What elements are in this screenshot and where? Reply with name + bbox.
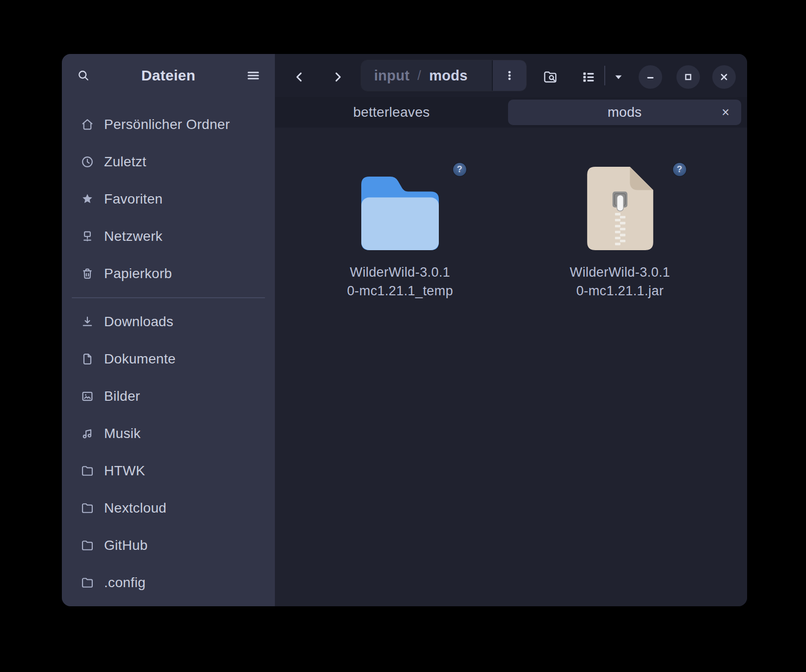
- maximize-icon: [682, 71, 694, 83]
- folder-search-icon: [542, 69, 558, 85]
- sidebar-item-label: HTWK: [104, 463, 145, 479]
- chevron-left-icon: [293, 70, 306, 84]
- sidebar-header: Dateien: [62, 54, 275, 97]
- question-mark-icon: ?: [457, 164, 462, 175]
- sidebar-item-label: Zuletzt: [104, 154, 146, 170]
- file-name-line: 0-mc1.21.1.jar: [539, 282, 701, 300]
- menu-button[interactable]: [242, 65, 264, 86]
- tab-close-button[interactable]: ×: [720, 104, 731, 121]
- sidebar-item-label: Dokumente: [104, 351, 176, 367]
- back-button[interactable]: [289, 66, 310, 88]
- file-name-line: WilderWild-3.0.1: [539, 263, 701, 282]
- unknown-emblem-badge: ?: [673, 163, 686, 176]
- maximize-button[interactable]: [676, 65, 700, 89]
- unknown-emblem-badge: ?: [453, 163, 466, 176]
- path-bar[interactable]: input / mods: [361, 60, 492, 91]
- folder-icon: [81, 464, 94, 478]
- sidebar-item-nextcloud[interactable]: Nextcloud: [62, 490, 275, 527]
- star-icon: [81, 192, 94, 206]
- sidebar-item-recent[interactable]: Zuletzt: [62, 143, 275, 181]
- file-item-folder[interactable]: ? WilderWild-3.0.1 0-mc1.21.1_temp: [319, 166, 481, 300]
- sidebar-list: Persönlicher Ordner Zuletzt Favoriten: [62, 97, 275, 601]
- close-window-button[interactable]: [712, 65, 736, 89]
- breadcrumb-parent[interactable]: input: [374, 68, 409, 84]
- sidebar-item-label: Bilder: [104, 388, 140, 404]
- chevron-down-icon: [613, 72, 624, 82]
- sidebar-item-label: Favoriten: [104, 191, 162, 207]
- sidebar-item-downloads[interactable]: Downloads: [62, 303, 275, 340]
- file-grid: ? WilderWild-3.0.1 0-mc1.21.1_temp: [275, 128, 747, 606]
- sidebar-item-home[interactable]: Persönlicher Ordner: [62, 106, 275, 143]
- tab-mods[interactable]: mods ×: [508, 100, 741, 125]
- path-menu-button[interactable]: [492, 60, 526, 91]
- sidebar-item-documents[interactable]: Dokumente: [62, 340, 275, 378]
- app-title: Dateien: [94, 67, 242, 84]
- list-view-icon: [581, 70, 596, 84]
- sidebar-item-trash[interactable]: Papierkorb: [62, 255, 275, 292]
- file-name: WilderWild-3.0.1 0-mc1.21.1_temp: [319, 263, 481, 300]
- question-mark-icon: ?: [677, 164, 682, 175]
- sidebar-item-starred[interactable]: Favoriten: [62, 181, 275, 218]
- sidebar-item-label: Netzwerk: [104, 229, 162, 244]
- sidebar-item-label: Persönlicher Ordner: [104, 117, 230, 132]
- download-icon: [81, 315, 94, 329]
- sidebar-item-label: Musik: [104, 426, 141, 441]
- music-icon: [81, 427, 94, 440]
- trash-icon: [81, 267, 94, 281]
- desktop-background: Dateien Persönlicher Ordner: [0, 0, 806, 672]
- file-name: WilderWild-3.0.1 0-mc1.21.1.jar: [539, 263, 701, 300]
- document-icon: [81, 352, 94, 366]
- search-folder-button[interactable]: [539, 66, 561, 88]
- folder-icon: [81, 576, 94, 590]
- tab-label: betterleaves: [353, 104, 430, 120]
- files-window: Dateien Persönlicher Ordner: [62, 54, 747, 606]
- toolbar-separator: [604, 66, 605, 85]
- clock-icon: [81, 155, 94, 169]
- toolbar: input / mods: [275, 54, 747, 97]
- hamburger-icon: [246, 68, 261, 83]
- sidebar-item-pictures[interactable]: Bilder: [62, 378, 275, 415]
- image-icon: [81, 389, 94, 403]
- sidebar-divider: [72, 297, 265, 298]
- forward-button[interactable]: [327, 66, 349, 88]
- sidebar-item-config[interactable]: .config: [62, 564, 275, 601]
- sidebar-item-label: Downloads: [104, 314, 173, 330]
- view-list-button[interactable]: [578, 66, 599, 88]
- tab-label: mods: [608, 104, 642, 120]
- sidebar-item-github[interactable]: GitHub: [62, 527, 275, 564]
- folder-large-icon: [361, 176, 439, 250]
- main-area: input / mods: [275, 54, 747, 606]
- chevron-right-icon: [331, 70, 345, 84]
- search-button[interactable]: [73, 65, 94, 86]
- view-options-button[interactable]: [609, 66, 628, 88]
- minimize-button[interactable]: [639, 65, 662, 89]
- network-icon: [81, 230, 94, 243]
- breadcrumb-separator: /: [417, 68, 421, 83]
- sidebar-item-label: Papierkorb: [104, 266, 172, 282]
- tab-betterleaves[interactable]: betterleaves: [275, 100, 508, 125]
- sidebar-item-label: GitHub: [104, 538, 148, 553]
- sidebar-item-network[interactable]: Netzwerk: [62, 218, 275, 255]
- file-item-archive[interactable]: ? WilderWild-3.0.1 0-mc1.21.1.jar: [539, 166, 701, 300]
- sidebar-item-htwk[interactable]: HTWK: [62, 452, 275, 490]
- file-name-line: 0-mc1.21.1_temp: [319, 282, 481, 300]
- close-icon: [718, 71, 730, 83]
- breadcrumb: input / mods: [361, 60, 527, 91]
- sidebar-item-music[interactable]: Musik: [62, 415, 275, 452]
- breadcrumb-current[interactable]: mods: [429, 68, 468, 84]
- sidebar: Dateien Persönlicher Ordner: [62, 54, 275, 606]
- sidebar-item-label: Nextcloud: [104, 500, 166, 516]
- file-icon-holder: ?: [539, 166, 701, 250]
- search-icon: [77, 69, 90, 82]
- kebab-menu-icon: [503, 69, 516, 82]
- file-name-line: WilderWild-3.0.1: [319, 263, 481, 282]
- home-icon: [81, 118, 94, 131]
- sidebar-item-label: .config: [104, 575, 146, 591]
- tab-bar: betterleaves mods ×: [275, 97, 747, 128]
- minimize-icon: [645, 71, 656, 83]
- archive-large-icon: [587, 167, 653, 250]
- folder-icon: [81, 501, 94, 515]
- folder-icon: [81, 539, 94, 552]
- file-icon-holder: ?: [319, 166, 481, 250]
